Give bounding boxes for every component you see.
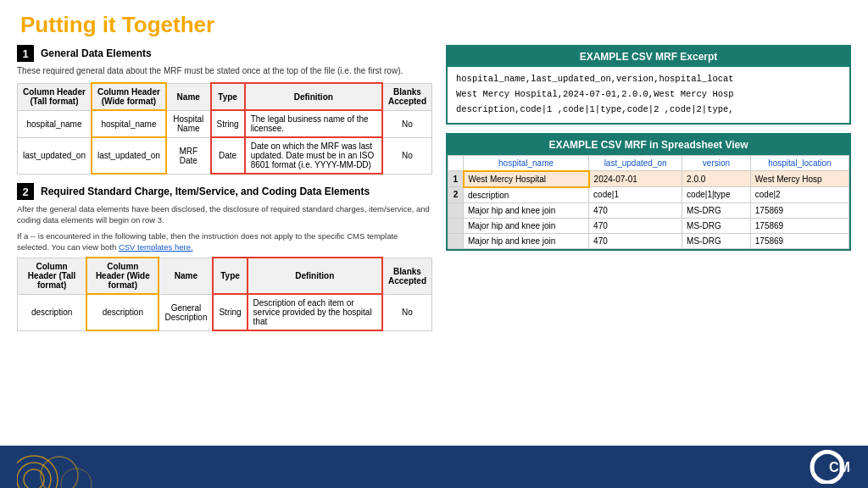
spreadsheet-title: EXAMPLE CSV MRF in Spreadsheet View xyxy=(448,135,849,155)
spreadsheet-row-2: 2 description code|1 code|1|type code|2 xyxy=(448,187,849,203)
cell2-tall: description xyxy=(18,294,87,330)
section2-number: 2 xyxy=(17,183,34,200)
table-row: description description GeneralDescripti… xyxy=(18,294,432,330)
cell-code-3: 175869 xyxy=(750,233,849,248)
svg-point-4 xyxy=(61,469,92,488)
col2-header-tall: Column Header (Tallformat) xyxy=(18,258,87,294)
cell-description: description xyxy=(464,187,589,203)
col-version: version xyxy=(682,155,751,171)
row-num-5 xyxy=(448,233,464,248)
spreadsheet-row-1: 1 West Mercy Hospital 2024-07-01 2.0.0 W… xyxy=(448,171,849,187)
cell-msdrg-3: MS-DRG xyxy=(682,233,751,248)
cell2-type: String xyxy=(213,294,247,330)
col-name: Name xyxy=(166,83,211,110)
section2-table: Column Header (Tallformat) Column Header… xyxy=(17,257,432,331)
cell-wide: last_updated_on xyxy=(92,137,166,174)
col2-blanks: BlanksAccepted xyxy=(382,258,432,294)
cell-last-updated-1: 2024-07-01 xyxy=(589,171,682,187)
row-num-2: 2 xyxy=(448,187,464,203)
col2-name: Name xyxy=(159,258,213,294)
section2-title: Required Standard Charge, Item/Service, … xyxy=(41,186,370,197)
row-num-3 xyxy=(448,202,464,218)
cell-blanks: No xyxy=(382,110,432,137)
row-num-header xyxy=(448,155,464,171)
cell-version-1: 2.0.0 xyxy=(682,171,751,187)
section1-number: 1 xyxy=(17,45,34,62)
cell-def: Date on which the MRF was last updated. … xyxy=(245,137,382,174)
cell2-blanks: No xyxy=(382,294,432,330)
cell-name: MRF Date xyxy=(166,137,211,174)
col-header-tall: Column Header(Tall format) xyxy=(18,83,92,110)
section2-desc2-text: If a -- is encountered in the following … xyxy=(17,231,398,252)
csv-line-2: West Mercy Hospital,2024-07-01,2.0.0,Wes… xyxy=(456,87,841,103)
cell-msdrg-2: MS-DRG xyxy=(682,218,751,233)
col-last-updated: last_updated_on xyxy=(589,155,682,171)
footer-circles-svg xyxy=(17,446,119,488)
cell-location-1: West Mercy Hosp xyxy=(750,171,849,187)
svg-point-0 xyxy=(17,456,58,488)
cms-logo-svg: CMS xyxy=(800,450,851,484)
col-definition: Definition xyxy=(245,83,382,110)
csv-example-box: EXAMPLE CSV MRF Excerpt hospital_name,la… xyxy=(446,45,851,125)
cell-code1-type: code|1|type xyxy=(682,187,751,203)
svg-text:CMS: CMS xyxy=(829,460,851,474)
cell-code-2: 175869 xyxy=(750,218,849,233)
section1-title: General Data Elements xyxy=(41,47,152,59)
cell-tall: hospital_name xyxy=(18,110,92,137)
cell2-def: Description of each item or service prov… xyxy=(248,294,382,330)
cell-item-3: Major hip and knee join xyxy=(464,233,589,248)
row-num-1: 1 xyxy=(448,171,464,187)
svg-point-3 xyxy=(41,457,78,488)
cell-code-1: 175869 xyxy=(750,202,849,218)
col-hospital-name: hospital_name xyxy=(464,155,589,171)
cell-blanks: No xyxy=(382,137,432,174)
table-row: last_updated_on last_updated_on MRF Date… xyxy=(18,137,432,174)
section1-table: Column Header(Tall format) Column Header… xyxy=(17,82,432,175)
cell-name: HospitalName xyxy=(166,110,211,137)
col-hospital-location: hospital_location xyxy=(750,155,849,171)
col-blanks: BlanksAccepted xyxy=(382,83,432,110)
cell-tall: last_updated_on xyxy=(18,137,92,174)
cell-470-3: 470 xyxy=(589,233,682,248)
section2-desc2: If a -- is encountered in the following … xyxy=(17,230,432,253)
csv-content: hospital_name,last_updated_on,version,ho… xyxy=(448,67,849,123)
spreadsheet-row-3: Major hip and knee join 470 MS-DRG 17586… xyxy=(448,202,849,218)
csv-templates-link[interactable]: CSV templates here. xyxy=(119,242,193,252)
col-header-wide: Column Header(Wide format) xyxy=(92,83,166,110)
cms-logo: CMS xyxy=(800,450,851,484)
page-title: Putting it Together xyxy=(0,0,868,45)
table-row: hospital_name hospital_name HospitalName… xyxy=(18,110,432,137)
cell-def: The legal business name of the licensee. xyxy=(245,110,382,137)
cell-item-2: Major hip and knee join xyxy=(464,218,589,233)
col2-type: Type xyxy=(213,258,247,294)
csv-line-3: description,code|1 ,code|1|type,code|2 ,… xyxy=(456,103,841,118)
footer: CMS xyxy=(0,446,868,488)
footer-decoration xyxy=(17,446,119,488)
cell-hospital-name-1: West Mercy Hospital xyxy=(464,171,589,187)
cell2-wide: description xyxy=(86,294,159,330)
cell-code2: code|2 xyxy=(750,187,849,203)
cell-type: Date xyxy=(211,137,245,174)
col2-header-wide: Column Header (Wideformat) xyxy=(86,258,159,294)
section2-desc1: After the general data elements have bee… xyxy=(17,203,432,226)
row-num-4 xyxy=(448,218,464,233)
svg-point-1 xyxy=(17,463,51,488)
cell-type: String xyxy=(211,110,245,137)
cell-msdrg-1: MS-DRG xyxy=(682,202,751,218)
cell-code1: code|1 xyxy=(589,187,682,203)
cell2-name: GeneralDescription xyxy=(159,294,213,330)
cell-470-2: 470 xyxy=(589,218,682,233)
section1-description: These required general data about the MR… xyxy=(17,65,432,77)
spreadsheet-row-5: Major hip and knee join 470 MS-DRG 17586… xyxy=(448,233,849,248)
cell-item-1: Major hip and knee join xyxy=(464,202,589,218)
cell-wide: hospital_name xyxy=(92,110,166,137)
cell-470-1: 470 xyxy=(589,202,682,218)
csv-example-title: EXAMPLE CSV MRF Excerpt xyxy=(448,47,849,67)
spreadsheet-row-4: Major hip and knee join 470 MS-DRG 17586… xyxy=(448,218,849,233)
spreadsheet-table: hospital_name last_updated_on version ho… xyxy=(448,155,849,249)
csv-line-1: hospital_name,last_updated_on,version,ho… xyxy=(456,72,841,87)
col-type: Type xyxy=(211,83,245,110)
col2-definition: Definition xyxy=(248,258,382,294)
spreadsheet-example-box: EXAMPLE CSV MRF in Spreadsheet View hosp… xyxy=(446,133,851,251)
